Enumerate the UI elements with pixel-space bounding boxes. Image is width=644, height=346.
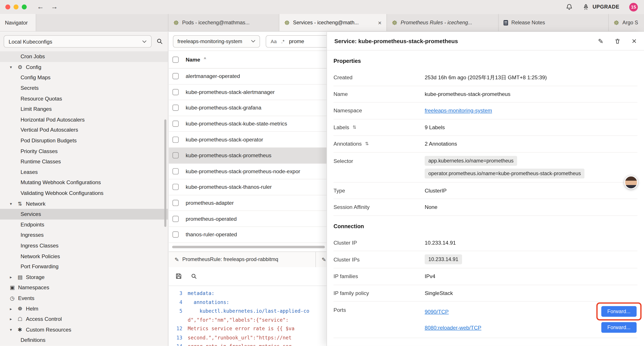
- sidebar-item-definitions[interactable]: Definitions: [0, 335, 168, 345]
- tab-release-notes[interactable]: Release Notes: [499, 14, 609, 31]
- sidebar-item-limit-ranges[interactable]: Limit Ranges: [0, 104, 168, 114]
- sidebar-item-pod-disruption-budgets[interactable]: Pod Disruption Budgets: [0, 135, 168, 146]
- tab-argo-s[interactable]: ☸Argo S: [609, 14, 644, 31]
- column-header-name[interactable]: Name ^: [186, 56, 206, 63]
- close-drawer-icon[interactable]: ×: [632, 36, 636, 46]
- editor-tab-prometheusrule[interactable]: ✎ PrometheusRule: freeleaps-prod-rabbitm…: [169, 252, 316, 267]
- sidebar-item-validating-webhook-configurations[interactable]: Validating Webhook Configurations: [0, 188, 168, 198]
- sidebar-item-priority-classes[interactable]: Priority Classes: [0, 146, 168, 156]
- drawer-body: PropertiesCreated253d 16h 6m ago (2025年1…: [327, 50, 644, 338]
- sidebar-item-runtime-classes[interactable]: Runtime Classes: [0, 156, 168, 167]
- regex-toggle[interactable]: .*: [281, 38, 284, 44]
- sort-toggle-icon[interactable]: ⇅: [352, 125, 356, 130]
- row-checkbox[interactable]: [172, 200, 179, 206]
- sidebar-item-config[interactable]: ▾⚙Config: [0, 62, 168, 72]
- drawer-header: Service: kube-prometheus-stack-prometheu…: [327, 32, 644, 50]
- row-checkbox[interactable]: [172, 73, 179, 79]
- row-checkbox[interactable]: [172, 136, 179, 143]
- chevron-down-icon[interactable]: ▾: [10, 327, 18, 332]
- history-back-button[interactable]: ←: [37, 3, 44, 11]
- row-checkbox[interactable]: [172, 105, 179, 111]
- property-row-ip-family-policy: IP family policySingleStack: [334, 285, 638, 302]
- sidebar-item-ingress-classes[interactable]: Ingress Classes: [0, 240, 168, 251]
- port-link[interactable]: 8080:reloader-web/TCP: [424, 324, 481, 331]
- tab-prometheus-rules-icecheng[interactable]: ☸Prometheus Rules - icecheng...: [387, 14, 499, 31]
- sidebar-item-storage[interactable]: ▸▤Storage: [0, 272, 168, 282]
- tab-pods-icecheng-mathmas[interactable]: ☸Pods - icecheng@mathmas...: [168, 14, 279, 31]
- property-row-ip-families: IP familiesIPv4: [334, 268, 638, 285]
- sort-toggle-icon[interactable]: ⇅: [365, 141, 369, 146]
- sidebar-item-ingresses[interactable]: Ingresses: [0, 230, 168, 240]
- row-checkbox[interactable]: [172, 89, 179, 95]
- sidebar-item-services[interactable]: Services: [0, 209, 168, 219]
- forward-button[interactable]: Forward...: [601, 306, 637, 317]
- sidebar-item-label: Services: [20, 211, 41, 217]
- row-checkbox[interactable]: [172, 232, 179, 238]
- notifications-bell-icon[interactable]: [566, 4, 572, 10]
- navigator-search-icon[interactable]: [156, 38, 163, 45]
- sidebar-item-access-control[interactable]: ▸☖Access Control: [0, 314, 168, 324]
- save-icon[interactable]: [175, 273, 182, 280]
- close-tab-icon[interactable]: ×: [374, 19, 382, 26]
- sidebar-item-cron-jobs[interactable]: Cron Jobs: [0, 51, 168, 62]
- property-label: Ports: [334, 302, 424, 313]
- match-case-toggle[interactable]: Aa: [271, 38, 277, 44]
- sidebar-item-endpoints[interactable]: Endpoints: [0, 219, 168, 230]
- sidebar-item-leases[interactable]: Leases: [0, 167, 168, 177]
- sidebar-item-network[interactable]: ▾⇅Network: [0, 198, 168, 209]
- edit-resource-icon[interactable]: ✎: [598, 37, 604, 45]
- row-checkbox[interactable]: [172, 152, 179, 159]
- sidebar-item-label: Definitions: [20, 337, 46, 343]
- delete-resource-icon[interactable]: [615, 38, 621, 44]
- editor-search-icon[interactable]: [191, 273, 197, 279]
- chevron-down-icon[interactable]: ▾: [10, 65, 18, 69]
- sidebar-item-secrets[interactable]: Secrets: [0, 83, 168, 93]
- upgrade-button[interactable]: UPGRADE: [582, 3, 619, 10]
- kubeconfig-selector[interactable]: Local Kubeconfigs: [4, 35, 152, 47]
- zoom-window-button[interactable]: [22, 4, 26, 9]
- select-all-checkbox[interactable]: [172, 56, 179, 63]
- port-link[interactable]: 9090/TCP: [424, 308, 449, 315]
- horizontal-scrollbar[interactable]: [172, 246, 325, 248]
- service-name: kube-prometheus-stack-kube-state-metrics: [186, 121, 287, 127]
- row-checkbox[interactable]: [172, 216, 179, 222]
- namespace-filter-select[interactable]: freeleaps-monitoring-system: [173, 35, 260, 47]
- history-forward-button[interactable]: →: [51, 3, 58, 11]
- port-line: 8080:reloader-web/TCPForward...: [424, 322, 638, 333]
- service-name: prometheus-adapter: [186, 200, 234, 206]
- sidebar-item-vertical-pod-autoscalers[interactable]: Vertical Pod Autoscalers: [0, 125, 168, 135]
- navigator-scrollbar[interactable]: [164, 119, 166, 227]
- chevron-right-icon[interactable]: ▸: [10, 275, 18, 280]
- row-checkbox[interactable]: [172, 121, 179, 127]
- sidebar-item-horizontal-pod-autoscalers[interactable]: Horizontal Pod Autoscalers: [0, 114, 168, 125]
- tabbar-spacer: [36, 14, 168, 31]
- close-window-button[interactable]: [5, 4, 10, 9]
- forward-button[interactable]: Forward...: [601, 322, 637, 333]
- line-number: 5: [169, 308, 188, 314]
- sidebar-item-events[interactable]: ◷Events: [0, 293, 168, 303]
- minimize-window-button[interactable]: [14, 4, 18, 9]
- property-label: IP family policy: [334, 290, 424, 296]
- sidebar-item-resource-quotas[interactable]: Resource Quotas: [0, 93, 168, 104]
- navigator-panel-tab[interactable]: Navigator: [0, 14, 36, 31]
- chevron-right-icon[interactable]: ▸: [10, 306, 18, 311]
- notification-count-badge[interactable]: 15: [629, 3, 638, 11]
- sidebar-item-port-forwarding[interactable]: Port Forwarding: [0, 261, 168, 272]
- sidebar-item-mutating-webhook-configurations[interactable]: Mutating Webhook Configurations: [0, 177, 168, 188]
- sidebar-item-config-maps[interactable]: Config Maps: [0, 72, 168, 83]
- chevron-right-icon[interactable]: ▸: [10, 317, 18, 322]
- property-label: Annotations⇅: [334, 141, 424, 147]
- property-label: Name: [334, 91, 424, 97]
- sidebar-item-helm[interactable]: ▸☸Helm: [0, 303, 168, 314]
- sidebar-item-label: Storage: [26, 274, 44, 280]
- sidebar-item-namespaces[interactable]: ▣Namespaces: [0, 282, 168, 293]
- user-avatar[interactable]: [624, 176, 638, 189]
- tab-services-icecheng-math[interactable]: ☸Services - icecheng@math...×: [279, 14, 387, 31]
- row-checkbox[interactable]: [172, 168, 179, 174]
- namespace-link[interactable]: freeleaps-monitoring-system: [424, 107, 492, 114]
- sidebar-item-network-policies[interactable]: Network Policies: [0, 251, 168, 261]
- sidebar-item-custom-resources[interactable]: ▾✱Custom Resources: [0, 324, 168, 335]
- chevron-down-icon[interactable]: ▾: [10, 201, 18, 206]
- line-number: 3: [169, 291, 188, 296]
- row-checkbox[interactable]: [172, 184, 179, 190]
